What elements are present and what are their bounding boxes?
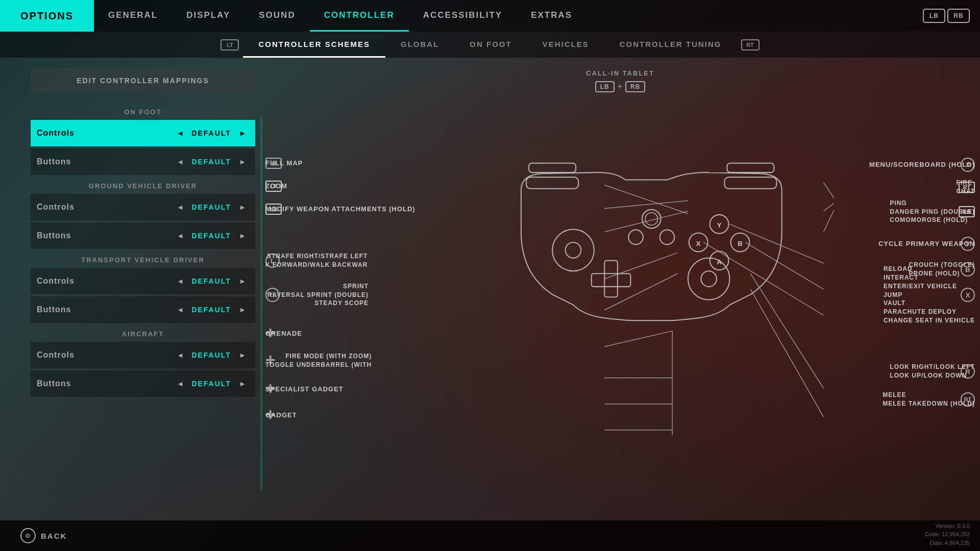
aircraft-controls-row[interactable]: Controls ◄ DEFAULT ►	[31, 342, 255, 368]
right-panel: Y B X A	[260, 58, 980, 520]
svg-point-10	[710, 215, 729, 234]
on-foot-buttons-value: DEFAULT	[191, 158, 232, 166]
ground-controls-prev[interactable]: ◄	[174, 202, 187, 212]
svg-point-7	[701, 271, 717, 287]
top-navigation: OPTIONS GENERAL DISPLAY SOUND CONTROLLER…	[0, 0, 980, 32]
subnav-vehicles[interactable]: VEHICLES	[527, 32, 604, 58]
tab-display[interactable]: DISPLAY	[172, 0, 244, 32]
svg-text:A: A	[717, 258, 722, 266]
transport-buttons-controls: ◄ DEFAULT ►	[174, 305, 249, 315]
on-foot-buttons-controls: ◄ DEFAULT ►	[174, 157, 249, 167]
svg-line-23	[604, 201, 688, 208]
ping-label: PINGDANGER PING (DOUBLE)COMOMOROSE (HOLD…	[890, 199, 975, 224]
on-foot-controls-label: Controls	[37, 129, 174, 138]
zoom-label: ZOOM	[265, 182, 287, 191]
svg-text:B: B	[738, 240, 743, 247]
lb-bumper: LB	[923, 9, 945, 23]
back-label: BACK	[41, 532, 67, 540]
transport-buttons-prev[interactable]: ◄	[174, 305, 187, 315]
tab-controller[interactable]: CONTROLLER	[310, 0, 409, 32]
on-foot-buttons-label: Buttons	[37, 157, 174, 166]
version-line1: Version: 0.3.0	[925, 522, 970, 531]
ground-controls-row[interactable]: Controls ◄ DEFAULT ►	[31, 194, 255, 220]
reload-label-group: RELOADINTERACTENTER/EXIT VEHICLEJUMPVAUL…	[961, 288, 975, 302]
tab-extras[interactable]: EXTRAS	[517, 0, 586, 32]
transport-controls-row[interactable]: Controls ◄ DEFAULT ►	[31, 268, 255, 294]
top-nav-right: LB RB	[913, 0, 980, 32]
svg-rect-8	[604, 261, 618, 297]
svg-line-38	[703, 242, 823, 315]
aircraft-buttons-row[interactable]: Buttons ◄ DEFAULT ►	[31, 370, 255, 397]
subnav-controller-tuning[interactable]: CONTROLLER TUNING	[604, 32, 737, 58]
aircraft-controls-prev[interactable]: ◄	[174, 350, 187, 360]
on-foot-buttons-next[interactable]: ►	[236, 157, 249, 167]
cycle-weapon-label-group: CYCLE PRIMARY WEAPON Y	[961, 237, 975, 251]
on-foot-controls-row[interactable]: Controls ◄ DEFAULT ►	[31, 120, 255, 146]
svg-rect-3	[727, 163, 774, 172]
svg-line-26	[604, 273, 677, 310]
ground-buttons-prev[interactable]: ◄	[174, 231, 187, 241]
svg-point-16	[642, 210, 661, 229]
version-info: Version: 0.3.0 Code: 12,954,202 Data: 4,…	[925, 522, 970, 547]
ground-buttons-next[interactable]: ►	[236, 231, 249, 241]
grenade-label-group: GRENADE ✛	[265, 327, 275, 340]
transport-buttons-row[interactable]: Buttons ◄ DEFAULT ►	[31, 296, 255, 323]
aircraft-buttons-prev[interactable]: ◄	[174, 379, 187, 389]
melee-label: MELEEMELEE TAKEDOWN (HOLD)	[883, 391, 975, 408]
gadget-label: GADGET	[265, 411, 297, 420]
svg-point-11	[731, 233, 750, 252]
aircraft-buttons-next[interactable]: ►	[236, 379, 249, 389]
specialist-gadget-label-group: SPECIALIST GADGET ✛	[265, 383, 275, 396]
svg-line-22	[604, 185, 688, 214]
transport-controls-next[interactable]: ►	[236, 276, 249, 286]
top-nav-tabs: GENERAL DISPLAY SOUND CONTROLLER ACCESSI…	[94, 0, 913, 32]
sprint-label-group: SPRINT'RAVERSAL SPRINT (DOUBLE)STEADY SC…	[265, 288, 280, 302]
tab-general[interactable]: GENERAL	[94, 0, 172, 32]
subnav-global[interactable]: GLOBAL	[385, 32, 454, 58]
tab-sound[interactable]: SOUND	[244, 0, 309, 32]
aircraft-buttons-controls: ◄ DEFAULT ►	[174, 379, 249, 389]
look-label-group: LOOK RIGHT/LOOK LEFTLOOK UP/LOOK DOWN R	[961, 364, 975, 379]
reload-label: RELOADINTERACTENTER/EXIT VEHICLEJUMPVAUL…	[884, 265, 975, 325]
ground-controls-next[interactable]: ►	[236, 202, 249, 212]
strafe-label: STRAFE RIGHT/STRAFE LEFTK FORWARD/WALK B…	[265, 252, 368, 269]
back-button[interactable]: ⊙ BACK	[20, 528, 67, 543]
on-foot-controls-next[interactable]: ►	[236, 128, 249, 138]
fire-chat-label: FIRECHAT	[957, 179, 975, 196]
svg-text:Y: Y	[717, 221, 722, 229]
transport-buttons-next[interactable]: ►	[236, 305, 249, 315]
menu-label-group: MENU/SCOREBOARD (HOLD) ☰	[961, 158, 975, 172]
svg-point-4	[552, 230, 594, 271]
grenade-label: GRENADE	[265, 329, 302, 338]
fire-chat-label-group: FIRECHAT RT	[959, 182, 975, 193]
on-foot-buttons-row[interactable]: Buttons ◄ DEFAULT ►	[31, 148, 255, 175]
tab-accessibility[interactable]: ACCESSIBILITY	[409, 0, 517, 32]
svg-point-12	[689, 233, 708, 252]
edit-controller-mappings-button[interactable]: EDIT CONTROLLER MAPPINGS	[31, 68, 255, 93]
call-in-tablet-label: CALL-IN TABLET	[586, 69, 654, 77]
ground-controls-value: DEFAULT	[191, 203, 232, 211]
svg-line-27	[604, 331, 672, 347]
menu-label: MENU/SCOREBOARD (HOLD)	[869, 160, 975, 169]
gadget-label-group: GADGET ✛	[265, 409, 275, 422]
transport-buttons-value: DEFAULT	[191, 306, 232, 314]
zoom-label-group: ZOOM LT	[265, 181, 282, 192]
svg-point-15	[660, 230, 675, 245]
ground-buttons-row[interactable]: Buttons ◄ DEFAULT ►	[31, 222, 255, 249]
ground-controls-label: Controls	[37, 203, 174, 212]
svg-rect-9	[592, 273, 631, 287]
ground-buttons-controls: ◄ DEFAULT ►	[174, 231, 249, 241]
subnav-on-foot[interactable]: ON FOOT	[454, 32, 527, 58]
section-on-foot: ON FOOT	[31, 103, 255, 120]
on-foot-buttons-prev[interactable]: ◄	[174, 157, 187, 167]
svg-line-39	[750, 273, 823, 388]
svg-line-36	[730, 224, 824, 263]
transport-controls-prev[interactable]: ◄	[174, 276, 187, 286]
version-line2: Code: 12,954,202	[925, 530, 970, 539]
transport-controls-value: DEFAULT	[191, 277, 232, 285]
aircraft-controls-next[interactable]: ►	[236, 350, 249, 360]
on-foot-controls-prev[interactable]: ◄	[174, 128, 187, 138]
subnav-controller-schemes[interactable]: CONTROLLER SCHEMES	[243, 32, 385, 58]
svg-line-40	[750, 289, 823, 417]
sprint-label: SPRINT'RAVERSAL SPRINT (DOUBLE)STEADY SC…	[265, 282, 369, 308]
